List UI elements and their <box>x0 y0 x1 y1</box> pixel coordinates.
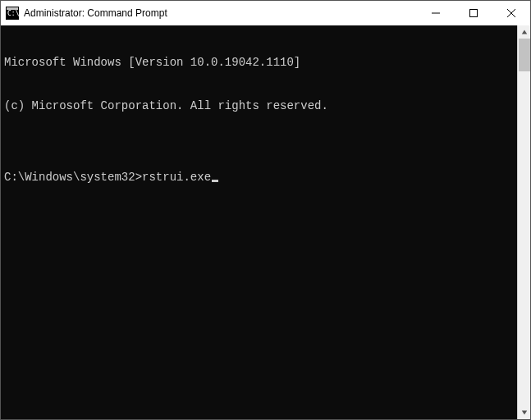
svg-marker-8 <box>522 411 527 415</box>
window-title: Administrator: Command Prompt <box>24 7 417 19</box>
window-controls <box>417 1 530 25</box>
terminal[interactable]: Microsoft Windows [Version 10.0.19042.11… <box>1 25 517 419</box>
titlebar[interactable]: C:\ Administrator: Command Prompt <box>1 1 530 25</box>
svg-rect-4 <box>470 10 478 17</box>
command-prompt-window: C:\ Administrator: Command Prompt Micros… <box>0 0 531 420</box>
typed-command: rstrui.exe <box>142 171 211 185</box>
copyright-line: (c) Microsoft Corporation. All rights re… <box>4 99 514 114</box>
content-area: Microsoft Windows [Version 10.0.19042.11… <box>1 25 530 419</box>
cmd-icon: C:\ <box>6 7 19 20</box>
prompt-line: C:\Windows\system32>rstrui.exe <box>4 171 514 185</box>
svg-marker-7 <box>522 30 527 34</box>
scroll-down-button[interactable] <box>518 406 530 419</box>
close-button[interactable] <box>492 1 530 25</box>
maximize-button[interactable] <box>455 1 492 25</box>
minimize-button[interactable] <box>417 1 455 25</box>
scroll-up-button[interactable] <box>518 25 530 39</box>
text-cursor <box>212 180 218 182</box>
prompt-path: C:\Windows\system32> <box>4 171 142 185</box>
scroll-thumb[interactable] <box>519 39 530 71</box>
version-line: Microsoft Windows [Version 10.0.19042.11… <box>4 56 514 71</box>
vertical-scrollbar[interactable] <box>517 25 530 419</box>
svg-text:C:\: C:\ <box>7 10 19 17</box>
